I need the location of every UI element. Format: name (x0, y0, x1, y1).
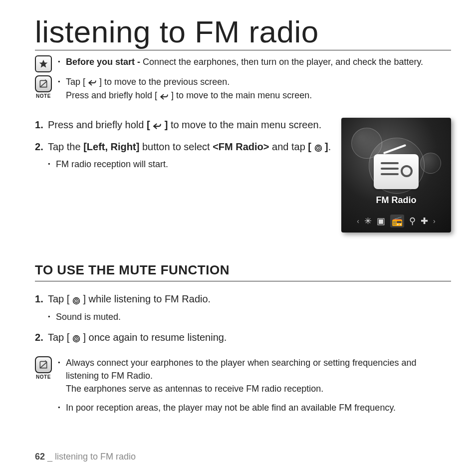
note-icon (35, 75, 52, 92)
chevron-left-icon: ‹ (357, 217, 359, 225)
svg-point-9 (76, 338, 77, 339)
page-number: 62 (35, 452, 45, 462)
note2-item-1: Always connect your earphones to the pla… (58, 356, 451, 395)
select-icon (72, 331, 80, 345)
back-icon (153, 118, 162, 133)
step-1: Press and briefly hold [ ] to move to th… (35, 118, 331, 133)
select-icon (72, 293, 80, 307)
back-icon (88, 76, 97, 89)
note-icon (35, 356, 52, 373)
select-icon (314, 140, 322, 155)
star-icon (35, 55, 52, 72)
step-2: Tap the [Left, Right] button to select <… (35, 140, 331, 171)
radio-icon (374, 154, 419, 189)
device-label: FM Radio (376, 195, 417, 206)
picture-icon: ▣ (377, 216, 385, 227)
footer-text: listening to FM radio (55, 452, 136, 462)
mute-section-title: TO USE THE MUTE FUNCTION (35, 262, 451, 281)
note-label: NOTE (36, 93, 51, 99)
mute-step-1-sub: Sound is muted. (48, 310, 451, 323)
intro-before-you-start: Before you start - Connect the earphones… (58, 55, 451, 68)
back-icon (160, 90, 169, 103)
page-title: listening to FM radio (35, 15, 451, 50)
svg-point-3 (317, 148, 318, 149)
svg-marker-0 (39, 60, 48, 68)
mute-step-2: Tap [ ] once again to resume listening. (35, 330, 451, 345)
mute-step-1: Tap [ ] while listening to FM Radio. Sou… (35, 292, 451, 323)
apps-icon: ✚ (421, 216, 428, 227)
page-footer: 62 _ listening to FM radio (35, 452, 136, 462)
note2-item-2: In poor reception areas, the player may … (58, 401, 451, 414)
radio-menu-icon: 📻 (390, 215, 404, 228)
svg-point-6 (76, 300, 77, 301)
intro-label: Before you start - (66, 57, 140, 67)
chevron-right-icon: › (433, 217, 436, 225)
note1-item: Tap [ ] to move to the previous screen. … (58, 75, 451, 103)
video-icon: ✳ (364, 216, 372, 227)
signal-icon: ⚲ (409, 216, 416, 227)
intro-text: Connect the earphones, then turn on the … (140, 57, 423, 67)
device-screenshot: FM Radio ‹ ✳ ▣ 📻 ⚲ ✚ › (341, 118, 451, 233)
note-label: NOTE (36, 374, 51, 380)
step-2-sub: FM radio reception will start. (48, 158, 331, 171)
device-menu-icons: ‹ ✳ ▣ 📻 ⚲ ✚ › (357, 215, 435, 228)
